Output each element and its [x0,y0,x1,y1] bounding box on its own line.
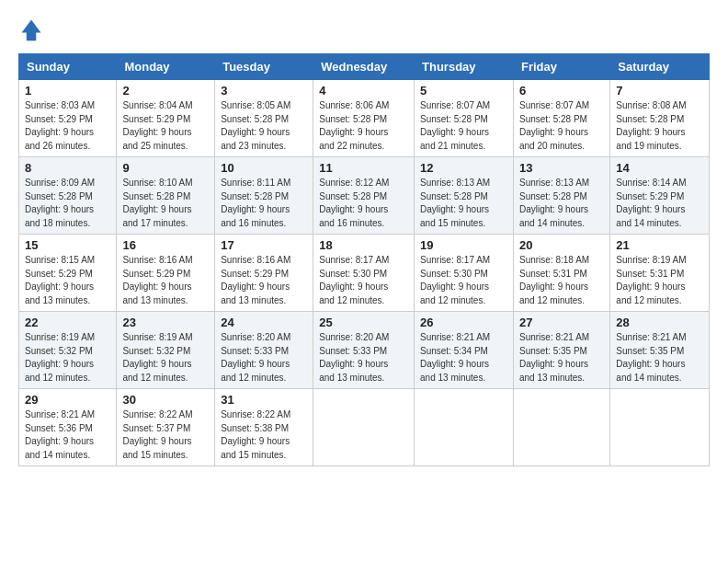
calendar-cell: 22Sunrise: 8:19 AM Sunset: 5:32 PM Dayli… [19,312,117,389]
calendar-cell: 15Sunrise: 8:15 AM Sunset: 5:29 PM Dayli… [19,235,117,312]
calendar-cell: 14Sunrise: 8:14 AM Sunset: 5:29 PM Dayli… [610,157,710,235]
calendar-cell: 16Sunrise: 8:16 AM Sunset: 5:29 PM Dayli… [117,235,215,312]
day-info: Sunrise: 8:07 AM Sunset: 5:28 PM Dayligh… [420,99,507,153]
calendar-cell: 1Sunrise: 8:03 AM Sunset: 5:29 PM Daylig… [19,80,117,157]
day-info: Sunrise: 8:16 AM Sunset: 5:29 PM Dayligh… [221,254,307,307]
day-info: Sunrise: 8:13 AM Sunset: 5:28 PM Dayligh… [519,177,604,230]
day-number: 25 [319,316,408,329]
day-info: Sunrise: 8:20 AM Sunset: 5:33 PM Dayligh… [221,331,307,385]
logo-icon [18,17,44,42]
day-info: Sunrise: 8:06 AM Sunset: 5:28 PM Dayligh… [319,99,408,153]
day-number: 6 [519,84,604,98]
day-info: Sunrise: 8:09 AM Sunset: 5:28 PM Dayligh… [25,177,110,230]
calendar-cell: 7Sunrise: 8:08 AM Sunset: 5:28 PM Daylig… [610,80,710,157]
calendar-cell: 10Sunrise: 8:11 AM Sunset: 5:28 PM Dayli… [215,157,313,235]
calendar-cell: 24Sunrise: 8:20 AM Sunset: 5:33 PM Dayli… [215,312,313,389]
calendar-cell: 12Sunrise: 8:13 AM Sunset: 5:28 PM Dayli… [415,157,514,235]
calendar-cell: 5Sunrise: 8:07 AM Sunset: 5:28 PM Daylig… [415,80,514,157]
day-info: Sunrise: 8:19 AM Sunset: 5:31 PM Dayligh… [616,254,703,307]
day-number: 13 [519,161,604,175]
calendar-cell: 25Sunrise: 8:20 AM Sunset: 5:33 PM Dayli… [313,312,415,389]
day-number: 12 [420,161,507,175]
day-number: 30 [122,393,209,407]
week-row: 1Sunrise: 8:03 AM Sunset: 5:29 PM Daylig… [19,80,710,157]
header-day: Friday [513,54,609,80]
day-number: 9 [122,161,209,175]
day-info: Sunrise: 8:07 AM Sunset: 5:28 PM Dayligh… [519,99,604,153]
day-number: 21 [616,238,703,252]
calendar-cell: 18Sunrise: 8:17 AM Sunset: 5:30 PM Dayli… [313,235,415,312]
calendar-cell: 9Sunrise: 8:10 AM Sunset: 5:28 PM Daylig… [117,157,215,235]
calendar-cell: 4Sunrise: 8:06 AM Sunset: 5:28 PM Daylig… [313,80,415,157]
week-row: 22Sunrise: 8:19 AM Sunset: 5:32 PM Dayli… [19,312,710,389]
day-number: 7 [616,84,703,98]
day-number: 18 [319,238,408,252]
day-info: Sunrise: 8:18 AM Sunset: 5:31 PM Dayligh… [519,254,604,307]
calendar-cell [610,389,710,466]
day-info: Sunrise: 8:21 AM Sunset: 5:36 PM Dayligh… [25,408,110,462]
calendar-cell: 6Sunrise: 8:07 AM Sunset: 5:28 PM Daylig… [513,80,609,157]
day-number: 3 [221,84,307,98]
header-day: Monday [117,54,215,80]
day-number: 2 [122,84,209,98]
calendar-cell: 31Sunrise: 8:22 AM Sunset: 5:38 PM Dayli… [215,389,313,466]
day-number: 28 [616,316,703,329]
day-number: 8 [25,161,110,175]
day-info: Sunrise: 8:12 AM Sunset: 5:28 PM Dayligh… [319,177,408,230]
day-info: Sunrise: 8:17 AM Sunset: 5:30 PM Dayligh… [420,254,507,307]
day-info: Sunrise: 8:16 AM Sunset: 5:29 PM Dayligh… [122,254,209,307]
day-info: Sunrise: 8:10 AM Sunset: 5:28 PM Dayligh… [122,177,209,230]
day-number: 22 [25,316,110,329]
calendar-cell: 8Sunrise: 8:09 AM Sunset: 5:28 PM Daylig… [19,157,117,235]
calendar-cell: 30Sunrise: 8:22 AM Sunset: 5:37 PM Dayli… [117,389,215,466]
header-day: Saturday [610,54,710,80]
day-info: Sunrise: 8:13 AM Sunset: 5:28 PM Dayligh… [420,177,507,230]
day-number: 23 [122,316,209,329]
header-day: Wednesday [313,54,415,80]
calendar-cell: 13Sunrise: 8:13 AM Sunset: 5:28 PM Dayli… [513,157,609,235]
header-day: Tuesday [215,54,313,80]
day-number: 26 [420,316,507,329]
header [18,17,710,42]
day-info: Sunrise: 8:11 AM Sunset: 5:28 PM Dayligh… [221,177,307,230]
header-day: Sunday [19,54,117,80]
page: SundayMondayTuesdayWednesdayThursdayFrid… [0,0,728,563]
day-info: Sunrise: 8:14 AM Sunset: 5:29 PM Dayligh… [616,177,703,230]
day-info: Sunrise: 8:21 AM Sunset: 5:35 PM Dayligh… [616,331,703,385]
day-number: 27 [519,316,604,329]
day-info: Sunrise: 8:21 AM Sunset: 5:34 PM Dayligh… [420,331,507,385]
day-number: 16 [122,238,209,252]
calendar-cell: 11Sunrise: 8:12 AM Sunset: 5:28 PM Dayli… [313,157,415,235]
day-info: Sunrise: 8:19 AM Sunset: 5:32 PM Dayligh… [25,331,110,385]
calendar-cell [415,389,514,466]
day-info: Sunrise: 8:04 AM Sunset: 5:29 PM Dayligh… [122,99,209,153]
day-number: 29 [25,393,110,407]
day-number: 4 [319,84,408,98]
day-number: 31 [221,393,307,407]
day-number: 14 [616,161,703,175]
calendar-cell: 19Sunrise: 8:17 AM Sunset: 5:30 PM Dayli… [415,235,514,312]
day-number: 10 [221,161,307,175]
calendar-cell: 3Sunrise: 8:05 AM Sunset: 5:28 PM Daylig… [215,80,313,157]
day-info: Sunrise: 8:19 AM Sunset: 5:32 PM Dayligh… [122,331,209,385]
header-row: SundayMondayTuesdayWednesdayThursdayFrid… [19,54,710,80]
day-info: Sunrise: 8:22 AM Sunset: 5:37 PM Dayligh… [122,408,209,462]
day-number: 24 [221,316,307,329]
header-day: Thursday [415,54,514,80]
day-info: Sunrise: 8:17 AM Sunset: 5:30 PM Dayligh… [319,254,408,307]
week-row: 29Sunrise: 8:21 AM Sunset: 5:36 PM Dayli… [19,389,710,466]
day-number: 19 [420,238,507,252]
calendar-cell: 20Sunrise: 8:18 AM Sunset: 5:31 PM Dayli… [513,235,609,312]
day-number: 1 [25,84,110,98]
week-row: 15Sunrise: 8:15 AM Sunset: 5:29 PM Dayli… [19,235,710,312]
calendar-cell: 27Sunrise: 8:21 AM Sunset: 5:35 PM Dayli… [513,312,609,389]
calendar-cell: 28Sunrise: 8:21 AM Sunset: 5:35 PM Dayli… [610,312,710,389]
day-number: 15 [25,238,110,252]
calendar-cell [313,389,415,466]
day-number: 17 [221,238,307,252]
calendar-cell: 2Sunrise: 8:04 AM Sunset: 5:29 PM Daylig… [117,80,215,157]
week-row: 8Sunrise: 8:09 AM Sunset: 5:28 PM Daylig… [19,157,710,235]
logo [18,17,48,42]
day-info: Sunrise: 8:15 AM Sunset: 5:29 PM Dayligh… [25,254,110,307]
calendar-cell: 21Sunrise: 8:19 AM Sunset: 5:31 PM Dayli… [610,235,710,312]
